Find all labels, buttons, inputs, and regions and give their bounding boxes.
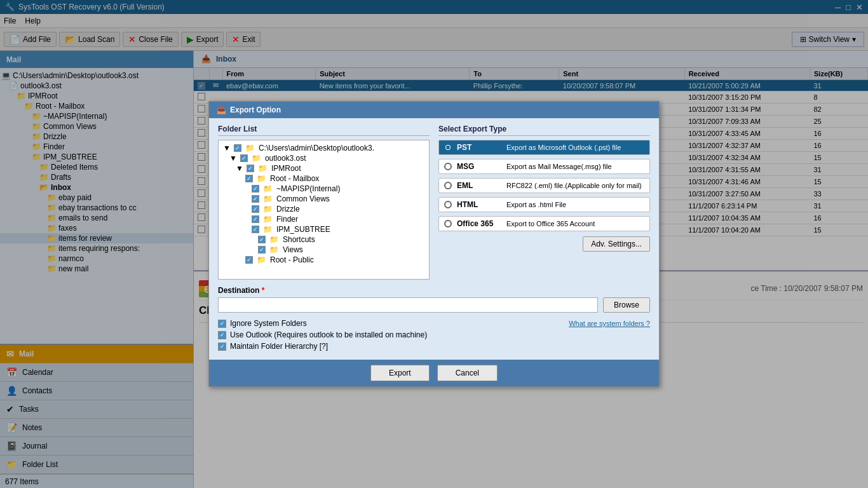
- radio-eml[interactable]: [444, 182, 452, 189]
- export-type-header: Select Export Type: [438, 125, 650, 136]
- folder-tree-icon: 📁: [269, 235, 279, 244]
- export-option-pst[interactable]: PSTExport as Microsoft Outlook (.pst) fi…: [438, 140, 650, 155]
- folder-tree-icon: 📁: [263, 184, 273, 193]
- folder-tree-label: Views: [283, 245, 303, 254]
- use-outlook-label: Use Outlook (Requires outlook to be inst…: [230, 330, 427, 339]
- maintain-hierarchy-label: Maintain Folder Hierarchy [?]: [230, 342, 328, 351]
- folder-tree-icon: 📁: [263, 194, 273, 203]
- export-folder-item[interactable]: ✓📁Root - Public: [221, 255, 426, 265]
- folder-checkbox[interactable]: ✓: [252, 185, 259, 193]
- folder-tree-icon: 📁: [252, 154, 261, 163]
- export-folder-item[interactable]: ✓📁Root - Mailbox: [221, 173, 426, 184]
- folder-tree-label: C:\Users\admin\Desktop\outlook3.: [259, 144, 374, 152]
- export-options: PSTExport as Microsoft Outlook (.pst) fi…: [438, 140, 650, 231]
- export-folder-item[interactable]: ▼✓📁IPMRoot: [221, 163, 426, 173]
- radio-office365[interactable]: [444, 220, 452, 227]
- folder-checkbox[interactable]: ✓: [240, 154, 248, 162]
- folder-tree-icon: 📁: [258, 164, 268, 173]
- folder-checkbox[interactable]: ✓: [245, 175, 253, 182]
- export-folder-item[interactable]: ✓📁Common Views: [221, 194, 426, 204]
- folder-checkbox[interactable]: ✓: [234, 144, 241, 152]
- export-option-label: Office 365: [457, 219, 501, 228]
- cancel-button[interactable]: Cancel: [437, 365, 498, 381]
- radio-msg[interactable]: [444, 163, 452, 170]
- radio-pst[interactable]: [444, 144, 452, 151]
- expand-arrow-icon: ▼: [236, 164, 243, 173]
- folder-tree-label: Shortcuts: [283, 235, 315, 244]
- export-option-html[interactable]: HTMLExport as .html File: [438, 197, 650, 212]
- options-area: ✓ Ignore System Folders What are system …: [218, 319, 650, 351]
- export-dialog-body: Folder List ▼✓📁C:\Users\admin\Desktop\ou…: [209, 118, 659, 360]
- folder-tree-label: Root - Mailbox: [270, 174, 319, 183]
- use-outlook-checkbox[interactable]: ✓: [218, 331, 226, 339]
- export-option-msg[interactable]: MSGExport as Mail Message(.msg) file: [438, 159, 650, 174]
- export-folder-item[interactable]: ▼✓📁outlook3.ost: [221, 153, 426, 163]
- folder-checkbox[interactable]: ✓: [258, 246, 266, 254]
- folder-tree-icon: 📁: [263, 205, 273, 214]
- destination-input[interactable]: [218, 297, 598, 313]
- export-dialog-icon: 📤: [217, 105, 226, 114]
- export-folder-item[interactable]: ▼✓📁C:\Users\admin\Desktop\outlook3.: [221, 143, 426, 153]
- export-option-label: EML: [457, 181, 501, 190]
- export-confirm-button[interactable]: Export: [370, 365, 430, 381]
- folder-list-header: Folder List: [218, 125, 430, 136]
- folder-checkbox[interactable]: ✓: [252, 205, 259, 213]
- export-folder-item[interactable]: ✓📁Finder: [221, 214, 426, 224]
- folder-tree-icon: 📁: [263, 225, 273, 234]
- dest-row: Browse: [218, 297, 650, 313]
- export-dialog: 📤 Export Option Folder List ▼✓📁C:\Users\…: [208, 101, 660, 387]
- folder-tree-label: Finder: [276, 215, 298, 224]
- export-option-label: PST: [457, 143, 501, 152]
- adv-settings-button[interactable]: Adv. Settings...: [583, 236, 650, 252]
- folder-checkbox[interactable]: ✓: [245, 256, 253, 264]
- export-dialog-title: Export Option: [230, 105, 281, 114]
- destination-area: Destination * Browse: [218, 286, 650, 313]
- folder-tree-box[interactable]: ▼✓📁C:\Users\admin\Desktop\outlook3.▼✓📁ou…: [218, 140, 430, 280]
- expand-arrow-icon: ▼: [223, 144, 231, 152]
- export-option-description: RFC822 (.eml) file.(Applicable only for …: [506, 182, 642, 189]
- export-option-description: Export as Mail Message(.msg) file: [506, 163, 612, 170]
- export-two-col: Folder List ▼✓📁C:\Users\admin\Desktop\ou…: [218, 125, 650, 280]
- ignore-system-checkbox[interactable]: ✓: [218, 320, 226, 328]
- folder-tree-label: Root - Public: [270, 255, 314, 264]
- export-option-description: Export as Microsoft Outlook (.pst) file: [506, 144, 621, 151]
- export-option-label: HTML: [457, 200, 501, 209]
- folder-checkbox[interactable]: ✓: [258, 236, 266, 243]
- radio-html[interactable]: [444, 201, 452, 208]
- folder-tree-label: IPMRoot: [271, 164, 301, 173]
- modal-overlay: 📤 Export Option Folder List ▼✓📁C:\Users\…: [0, 0, 868, 488]
- export-folder-item[interactable]: ✓📁Views: [221, 245, 426, 255]
- export-option-eml[interactable]: EMLRFC822 (.eml) file.(Applicable only f…: [438, 178, 650, 193]
- folder-tree-label: ~MAPISP(Internal): [276, 184, 340, 193]
- folder-tree-icon: 📁: [269, 245, 279, 254]
- export-folder-item[interactable]: ✓📁~MAPISP(Internal): [221, 184, 426, 194]
- browse-button[interactable]: Browse: [603, 297, 650, 313]
- option-use-outlook: ✓ Use Outlook (Requires outlook to be in…: [218, 330, 650, 339]
- export-type-col: Select Export Type PSTExport as Microsof…: [438, 125, 650, 280]
- maintain-hierarchy-checkbox[interactable]: ✓: [218, 342, 226, 351]
- folder-tree-icon: 📁: [263, 215, 273, 224]
- export-folder-item[interactable]: ✓📁IPM_SUBTREE: [221, 224, 426, 234]
- ignore-system-label: Ignore System Folders: [230, 319, 307, 328]
- export-folder-item[interactable]: ✓📁Drizzle: [221, 204, 426, 214]
- folder-tree-label: Drizzle: [276, 205, 300, 214]
- folder-tree-icon: 📁: [257, 255, 266, 264]
- what-are-system-folders-link[interactable]: What are system folders ?: [569, 320, 650, 327]
- dialog-footer: Export Cancel: [209, 360, 659, 386]
- folder-tree-icon: 📁: [257, 174, 266, 183]
- folder-checkbox[interactable]: ✓: [252, 226, 259, 233]
- export-folder-col: Folder List ▼✓📁C:\Users\admin\Desktop\ou…: [218, 125, 430, 280]
- export-option-description: Export as .html File: [506, 201, 566, 208]
- folder-tree-label: outlook3.ost: [265, 154, 306, 163]
- option-ignore-system: ✓ Ignore System Folders What are system …: [218, 319, 650, 328]
- destination-required: *: [262, 286, 265, 295]
- folder-tree-icon: 📁: [245, 144, 255, 152]
- export-folder-item[interactable]: ✓📁Shortcuts: [221, 234, 426, 245]
- folder-checkbox[interactable]: ✓: [247, 165, 254, 172]
- export-option-label: MSG: [457, 162, 501, 171]
- folder-checkbox[interactable]: ✓: [252, 215, 259, 223]
- export-option-office365[interactable]: Office 365Export to Office 365 Account: [438, 216, 650, 231]
- option-maintain-hierarchy: ✓ Maintain Folder Hierarchy [?]: [218, 342, 650, 351]
- folder-checkbox[interactable]: ✓: [252, 195, 259, 203]
- expand-arrow-icon: ▼: [229, 154, 237, 163]
